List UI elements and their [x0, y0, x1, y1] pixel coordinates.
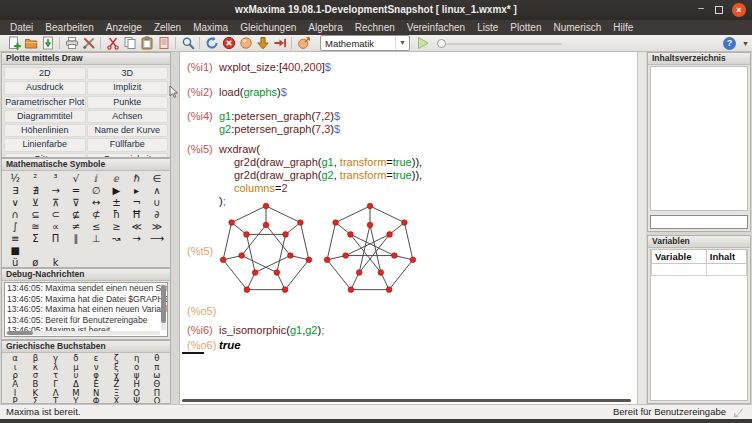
- menu-item-bearbeiten[interactable]: Bearbeiten: [39, 20, 99, 35]
- symbol-button[interactable]: ∥: [66, 233, 86, 245]
- symbol-button[interactable]: Σ: [25, 233, 45, 245]
- symbol-button[interactable]: ∄: [25, 185, 45, 197]
- menu-item-datei[interactable]: Datei: [4, 20, 39, 35]
- minimize-button[interactable]: –: [694, 1, 708, 15]
- toolbar-overflow-icon[interactable]: ▼: [742, 40, 749, 47]
- symbol-button[interactable]: ∅: [86, 185, 106, 197]
- symbol-button[interactable]: ℏ: [127, 173, 147, 185]
- symbol-button[interactable]: ⊽: [66, 197, 86, 209]
- symbol-button[interactable]: ¬: [127, 197, 147, 209]
- menu-item-plotten[interactable]: Plotten: [504, 20, 547, 35]
- symbol-button[interactable]: ∃: [5, 185, 25, 197]
- symbol-button[interactable]: ≤: [86, 221, 106, 233]
- help-button[interactable]: ?: [723, 37, 736, 50]
- debug-vertical-scrollbar[interactable]: [161, 284, 166, 330]
- play-animation-button[interactable]: [416, 36, 430, 50]
- symbol-button[interactable]: ü: [5, 257, 25, 268]
- document-vertical-scrollbar[interactable]: [637, 52, 646, 404]
- evaluate-rest-icon[interactable]: [271, 36, 288, 51]
- symbol-button[interactable]: ⅈ: [86, 173, 106, 185]
- draw-button-implizit[interactable]: Implizit: [87, 81, 169, 94]
- toc-filter-input[interactable]: [650, 215, 748, 229]
- symbol-button[interactable]: ∫: [5, 221, 25, 233]
- draw-button-name-der-kurve[interactable]: Name der Kurve: [87, 124, 169, 137]
- draw-button-linienfarbe[interactable]: Linienfarbe: [4, 138, 86, 151]
- code-line[interactable]: (%i4)g1:petersen_graph(7,2)$: [187, 110, 635, 123]
- code-line[interactable]: (%i1)wxplot_size:[400,200]$: [187, 61, 635, 74]
- symbol-button[interactable]: ≪: [127, 221, 147, 233]
- find-icon[interactable]: [179, 36, 196, 51]
- menu-item-rechnen[interactable]: Rechnen: [349, 20, 401, 35]
- toc-list[interactable]: [650, 66, 748, 211]
- follow-icon[interactable]: [237, 36, 254, 51]
- menu-item-maxima[interactable]: Maxima: [187, 20, 234, 35]
- code-line[interactable]: (%i2)load(graphs)$: [187, 86, 635, 99]
- maximize-button[interactable]: [712, 3, 726, 17]
- draw-button-parametrischer-plot[interactable]: Parametrischer Plot: [4, 96, 86, 109]
- symbol-button[interactable]: ≅: [25, 221, 45, 233]
- draw-button-höhenlinien[interactable]: Höhenlinien: [4, 124, 86, 137]
- plot-petersen_graph-7-2-[interactable]: [219, 202, 313, 298]
- symbol-button[interactable]: ∨: [5, 197, 25, 209]
- draw-button-achsen[interactable]: Achsen: [87, 110, 169, 123]
- draw-button-3d[interactable]: 3D: [87, 67, 169, 80]
- symbol-button[interactable]: ⟶: [147, 233, 167, 245]
- copy-icon[interactable]: [121, 36, 138, 51]
- open-icon[interactable]: [22, 36, 39, 51]
- draw-button-2d[interactable]: 2D: [4, 67, 86, 80]
- close-button[interactable]: ×: [732, 3, 746, 17]
- symbol-button[interactable]: ≡: [5, 233, 25, 245]
- symbol-button[interactable]: ⅇ: [106, 173, 126, 185]
- variables-row[interactable]: [652, 264, 747, 276]
- symbol-button[interactable]: ²: [25, 173, 45, 185]
- code-line[interactable]: (%o6)true: [187, 339, 635, 352]
- symbol-button[interactable]: Π: [46, 233, 66, 245]
- draw-button-füllfarbe[interactable]: Füllfarbe: [87, 138, 169, 151]
- symbol-button[interactable]: →: [46, 185, 66, 197]
- symbol-button[interactable]: ∝: [46, 221, 66, 233]
- symbol-button[interactable]: √: [66, 173, 86, 185]
- code-line[interactable]: g2:petersen_graph(7,3)$: [187, 123, 635, 136]
- code-line[interactable]: (%i5)wxdraw(: [187, 143, 635, 156]
- code-line[interactable]: gr2d(draw_graph(g2, transform=true)),: [187, 169, 635, 182]
- menu-item-zellen[interactable]: Zellen: [148, 20, 187, 35]
- symbol-button[interactable]: ∪: [147, 197, 167, 209]
- menu-item-hilfe[interactable]: Hilfe: [607, 20, 639, 35]
- save-icon[interactable]: [39, 36, 56, 51]
- symbol-button[interactable]: ▸: [127, 185, 147, 197]
- restart-maxima-icon[interactable]: [203, 36, 220, 51]
- symbol-button[interactable]: ħ: [106, 209, 126, 221]
- debug-horizontal-scrollbar[interactable]: [6, 331, 160, 335]
- animation-slider[interactable]: [436, 36, 564, 51]
- symbol-button[interactable]: ▶: [106, 185, 126, 197]
- jump-to-evaluation-icon[interactable]: [295, 36, 312, 51]
- symbol-button[interactable]: ½: [5, 173, 25, 185]
- menu-item-anzeige[interactable]: Anzeige: [100, 20, 148, 35]
- code-line[interactable]: (%i6)is_isomorphic(g1,g2);: [187, 324, 635, 337]
- symbol-button[interactable]: ∂: [147, 209, 167, 221]
- code-line[interactable]: (%o5): [187, 305, 635, 318]
- menu-item-vereinfachen[interactable]: Vereinfachen: [401, 20, 471, 35]
- symbol-button[interactable]: Ħ: [127, 209, 147, 221]
- symbol-button[interactable]: ⊥: [86, 233, 106, 245]
- menu-item-liste[interactable]: Liste: [471, 20, 504, 35]
- new-document-icon[interactable]: [5, 36, 22, 51]
- symbol-button[interactable]: ⊂: [46, 209, 66, 221]
- symbol-button[interactable]: ≥: [106, 221, 126, 233]
- symbol-button[interactable]: k: [46, 257, 66, 268]
- symbol-button[interactable]: ≠: [66, 221, 86, 233]
- plot-petersen_graph-7-3-[interactable]: [323, 202, 417, 298]
- symbol-button[interactable]: ⊄: [86, 209, 106, 221]
- configure-icon[interactable]: [80, 36, 97, 51]
- menu-item-numerisch[interactable]: Numerisch: [547, 20, 607, 35]
- symbol-button[interactable]: ↝: [106, 233, 126, 245]
- draw-button-punkte[interactable]: Punkte: [87, 96, 169, 109]
- cut-icon[interactable]: [104, 36, 121, 51]
- symbol-button[interactable]: ⊼: [46, 197, 66, 209]
- symbol-button[interactable]: =: [66, 185, 86, 197]
- slider-thumb[interactable]: [437, 39, 446, 48]
- code-line[interactable]: gr2d(draw_graph(g1, transform=true)),: [187, 156, 635, 169]
- print-icon[interactable]: [63, 36, 80, 51]
- document-horizontal-scrollbar[interactable]: [182, 399, 631, 402]
- draw-button-ausdruck[interactable]: Ausdruck: [4, 81, 86, 94]
